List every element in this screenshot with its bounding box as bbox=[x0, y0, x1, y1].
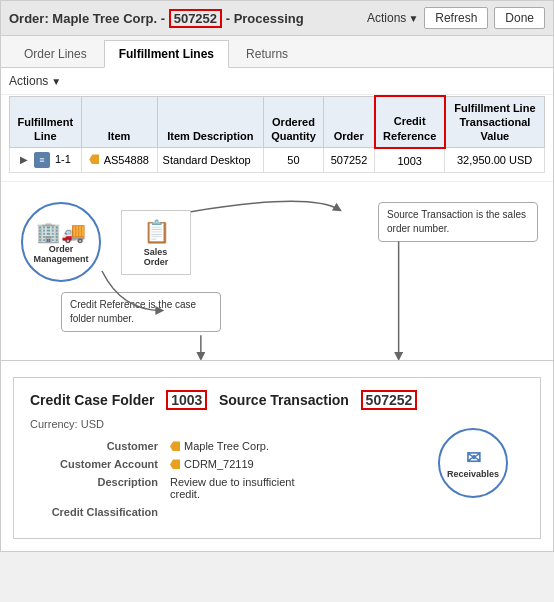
table-row[interactable]: ▶ ≡ 1-1 AS54888 Standard Desktop 50 5072… bbox=[10, 148, 545, 173]
tab-order-lines[interactable]: Order Lines bbox=[9, 40, 102, 67]
cell-description: Standard Desktop bbox=[157, 148, 263, 173]
sub-actions-label: Actions bbox=[9, 74, 48, 88]
source-callout: Source Transaction is the sales order nu… bbox=[378, 202, 538, 242]
account-value: CDRM_72119 bbox=[170, 458, 254, 470]
account-tag-icon bbox=[170, 459, 180, 469]
col-order: Order bbox=[323, 96, 374, 148]
cell-order: 507252 bbox=[323, 148, 374, 173]
chevron-down-icon: ▼ bbox=[408, 13, 418, 24]
cell-credit-ref: 1003 bbox=[375, 148, 445, 173]
col-fulfillment-line: FulfillmentLine bbox=[10, 96, 82, 148]
bottom-card: Credit Case Folder 1003 Source Transacti… bbox=[13, 377, 541, 539]
sales-order-icon: 📋 bbox=[143, 219, 170, 245]
col-ordered-quantity: OrderedQuantity bbox=[264, 96, 324, 148]
row-type-icon: ≡ bbox=[34, 152, 50, 168]
detail-row-credit-class: Credit Classification bbox=[30, 506, 524, 518]
source-tx-number: 507252 bbox=[361, 390, 418, 410]
done-button[interactable]: Done bbox=[494, 7, 545, 29]
source-tx-label: Source Transaction bbox=[219, 392, 349, 408]
order-number: 507252 bbox=[169, 9, 222, 28]
description-label: Description bbox=[30, 476, 170, 500]
refresh-button[interactable]: Refresh bbox=[424, 7, 488, 29]
receivables-label: Receivables bbox=[447, 469, 499, 479]
tab-returns[interactable]: Returns bbox=[231, 40, 303, 67]
header-title: Order: Maple Tree Corp. - 507252 - Proce… bbox=[9, 11, 361, 26]
so-label: SalesOrder bbox=[144, 247, 169, 267]
actions-dropdown[interactable]: Actions ▼ bbox=[367, 11, 418, 25]
currency-line: Currency: USD bbox=[30, 418, 524, 430]
col-item-description: Item Description bbox=[157, 96, 263, 148]
title-prefix: Order: Maple Tree Corp. - bbox=[9, 11, 165, 26]
title-suffix: - Processing bbox=[226, 11, 304, 26]
customer-value: Maple Tree Corp. bbox=[170, 440, 269, 452]
col-credit-reference: CreditReference bbox=[375, 96, 445, 148]
credit-callout: Credit Reference is the case folder numb… bbox=[61, 292, 221, 332]
receivables-icon: ✉ bbox=[466, 447, 481, 469]
customer-tag-icon bbox=[170, 441, 180, 451]
om-label: OrderManagement bbox=[33, 244, 88, 264]
cell-fulfillment-line: ▶ ≡ 1-1 bbox=[10, 148, 82, 173]
cell-qty: 50 bbox=[264, 148, 324, 173]
col-transactional-value: Fulfillment LineTransactionalValue bbox=[445, 96, 545, 148]
tag-icon bbox=[89, 154, 99, 164]
tabs-bar: Order Lines Fulfillment Lines Returns bbox=[1, 36, 553, 68]
fulfillment-table: FulfillmentLine Item Item Description Or… bbox=[1, 95, 553, 181]
sub-actions-bar: Actions ▼ bbox=[1, 68, 553, 95]
tab-fulfillment-lines[interactable]: Fulfillment Lines bbox=[104, 40, 229, 68]
col-item: Item bbox=[81, 96, 157, 148]
expand-icon[interactable]: ▶ bbox=[20, 154, 28, 165]
bottom-card-inner: Customer Maple Tree Corp. Customer Accou… bbox=[30, 440, 524, 518]
sub-actions-dropdown[interactable]: Actions ▼ bbox=[9, 74, 545, 88]
cell-value: 32,950.00 USD bbox=[445, 148, 545, 173]
sales-order-box: 📋 SalesOrder bbox=[121, 210, 191, 275]
customer-label: Customer bbox=[30, 440, 170, 452]
receivables-circle: ✉ Receivables bbox=[438, 428, 508, 498]
cell-item: AS54888 bbox=[81, 148, 157, 173]
credit-folder-label: Credit Case Folder bbox=[30, 392, 154, 408]
credit-class-label: Credit Classification bbox=[30, 506, 170, 518]
credit-folder-number: 1003 bbox=[166, 390, 207, 410]
bottom-card-title: Credit Case Folder 1003 Source Transacti… bbox=[30, 392, 524, 408]
order-management-circle: 🏢🚚 OrderManagement bbox=[21, 202, 101, 282]
sub-actions-chevron-icon: ▼ bbox=[51, 76, 61, 87]
description-value: Review due to insufficientcredit. bbox=[170, 476, 295, 500]
om-icons: 🏢🚚 bbox=[36, 220, 86, 244]
diagram-area: 🏢🚚 OrderManagement 📋 SalesOrder Source T… bbox=[1, 181, 553, 361]
header: Order: Maple Tree Corp. - 507252 - Proce… bbox=[1, 1, 553, 36]
actions-label: Actions bbox=[367, 11, 406, 25]
account-label: Customer Account bbox=[30, 458, 170, 470]
